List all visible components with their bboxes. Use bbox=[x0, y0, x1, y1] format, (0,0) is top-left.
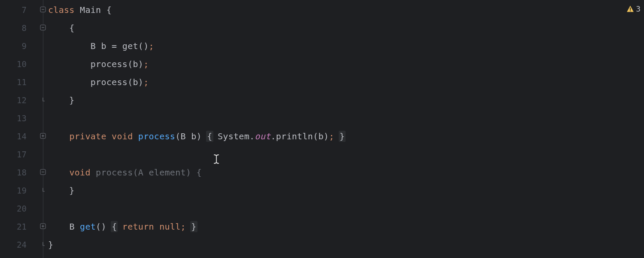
code-token: ; bbox=[143, 77, 149, 87]
code-token: private void bbox=[69, 131, 138, 141]
code-token: process bbox=[96, 167, 133, 178]
fold-expand-icon bbox=[40, 133, 47, 140]
code-token: } bbox=[339, 131, 346, 142]
code-token: } bbox=[48, 240, 53, 250]
inspection-warning-badge[interactable]: 3 bbox=[626, 4, 641, 13]
fold-marker[interactable] bbox=[39, 127, 48, 145]
fold-marker[interactable] bbox=[39, 181, 48, 200]
code-token: process bbox=[138, 131, 175, 141]
line-number[interactable]: 13 bbox=[0, 109, 39, 127]
line-number[interactable]: 10 bbox=[0, 55, 39, 73]
code-token bbox=[48, 131, 69, 141]
code-line[interactable] bbox=[48, 109, 644, 127]
fold-marker[interactable] bbox=[39, 218, 48, 236]
fold-collapse-icon bbox=[40, 6, 47, 13]
warning-count: 3 bbox=[636, 4, 641, 13]
line-number[interactable]: 24 bbox=[0, 236, 39, 254]
code-token: get bbox=[80, 221, 96, 232]
code-line[interactable]: B get() { return null; } bbox=[48, 218, 644, 236]
code-line[interactable]: } bbox=[48, 236, 644, 254]
code-area[interactable]: class Main { { B b = get(); process(b); … bbox=[48, 0, 644, 258]
code-token: process bbox=[91, 59, 128, 69]
fold-end-icon bbox=[40, 187, 47, 194]
code-token: (b) bbox=[128, 59, 143, 69]
code-token: get bbox=[122, 41, 138, 51]
code-token: ; bbox=[149, 41, 154, 51]
line-number[interactable]: 18 bbox=[0, 163, 39, 181]
code-token: B b bbox=[181, 131, 197, 141]
code-token: (b) bbox=[128, 77, 143, 87]
fold-marker bbox=[39, 145, 48, 163]
code-token bbox=[48, 221, 69, 232]
code-line[interactable]: } bbox=[48, 181, 644, 200]
code-line[interactable]: { bbox=[48, 19, 644, 37]
code-token bbox=[48, 167, 69, 178]
line-number[interactable]: 11 bbox=[0, 73, 39, 91]
code-line[interactable]: void process(A element) { bbox=[48, 163, 644, 181]
code-token: () bbox=[138, 41, 149, 51]
code-token: ( bbox=[175, 131, 180, 141]
fold-marker[interactable] bbox=[39, 19, 48, 37]
code-line[interactable]: process(b); bbox=[48, 73, 644, 91]
code-token: Main bbox=[80, 5, 106, 15]
code-token: ; bbox=[329, 131, 334, 141]
code-token bbox=[48, 59, 91, 69]
svg-rect-13 bbox=[630, 10, 631, 11]
code-token bbox=[117, 221, 122, 232]
line-number[interactable]: 8 bbox=[0, 19, 39, 37]
line-number[interactable]: 12 bbox=[0, 91, 39, 109]
code-token: } bbox=[48, 185, 75, 196]
code-line[interactable] bbox=[48, 200, 644, 218]
fold-marker bbox=[39, 73, 48, 91]
code-token: return null bbox=[122, 221, 181, 232]
code-token: A element bbox=[138, 167, 186, 178]
fold-column bbox=[39, 0, 48, 258]
code-token: void bbox=[69, 167, 96, 178]
code-token: ; bbox=[181, 221, 186, 232]
line-number-gutter: 7891011121314171819202124 bbox=[0, 0, 39, 258]
fold-end-icon bbox=[40, 241, 47, 248]
code-token bbox=[48, 77, 91, 87]
code-token: class bbox=[48, 5, 80, 15]
fold-collapse-icon bbox=[40, 169, 47, 176]
code-line[interactable]: class Main { bbox=[48, 1, 644, 19]
warning-icon bbox=[626, 5, 634, 13]
line-number[interactable]: 19 bbox=[0, 181, 39, 200]
fold-marker bbox=[39, 55, 48, 73]
fold-marker bbox=[39, 200, 48, 218]
code-token: = bbox=[112, 41, 122, 51]
code-token: System. bbox=[218, 131, 255, 141]
line-number[interactable]: 14 bbox=[0, 127, 39, 145]
fold-marker bbox=[39, 37, 48, 55]
code-token: { bbox=[48, 23, 75, 33]
code-token: } bbox=[48, 95, 75, 105]
line-number[interactable]: 17 bbox=[0, 145, 39, 163]
code-token: out bbox=[255, 131, 270, 141]
fold-end-icon bbox=[40, 97, 47, 104]
line-number[interactable]: 20 bbox=[0, 200, 39, 218]
code-line[interactable] bbox=[48, 145, 644, 163]
line-number[interactable]: 21 bbox=[0, 218, 39, 236]
code-editor[interactable]: 7891011121314171819202124 class Main { {… bbox=[0, 0, 644, 258]
svg-rect-12 bbox=[630, 7, 631, 10]
code-line[interactable]: process(b); bbox=[48, 55, 644, 73]
code-token: () bbox=[96, 221, 106, 232]
code-line[interactable]: B b = get(); bbox=[48, 37, 644, 55]
fold-marker bbox=[39, 109, 48, 127]
fold-marker[interactable] bbox=[39, 91, 48, 109]
code-token: ) bbox=[197, 131, 202, 141]
code-token: process bbox=[91, 77, 128, 87]
fold-expand-icon bbox=[40, 223, 47, 230]
code-token: .println(b) bbox=[270, 131, 329, 141]
code-token: ) { bbox=[186, 167, 202, 178]
line-number[interactable]: 7 bbox=[0, 1, 39, 19]
fold-marker[interactable] bbox=[39, 163, 48, 181]
code-token: ; bbox=[143, 59, 149, 69]
code-line[interactable]: } bbox=[48, 91, 644, 109]
fold-marker[interactable] bbox=[39, 1, 48, 19]
code-line[interactable]: private void process(B b) { System.out.p… bbox=[48, 127, 644, 145]
line-number[interactable]: 9 bbox=[0, 37, 39, 55]
code-token: ( bbox=[133, 167, 138, 178]
code-token: B b bbox=[91, 41, 112, 51]
fold-marker[interactable] bbox=[39, 236, 48, 254]
